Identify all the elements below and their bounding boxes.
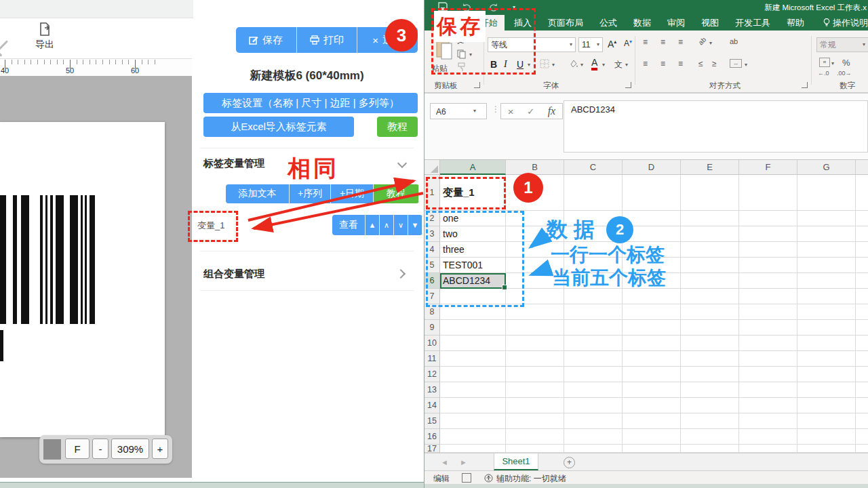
cell-partial-10[interactable]	[856, 336, 868, 351]
accounting-dropdown-icon[interactable]: ▾	[831, 60, 834, 66]
borders-icon[interactable]	[540, 59, 549, 68]
cell-B12[interactable]	[506, 367, 564, 382]
cell-partial-7[interactable]	[856, 289, 868, 304]
row-header-8[interactable]: 8	[425, 304, 440, 320]
percent-style-icon[interactable]: %	[842, 58, 850, 68]
cell-F9[interactable]	[739, 320, 797, 336]
shrink-font-icon[interactable]: A▾	[624, 39, 632, 48]
cell-G4[interactable]	[797, 242, 856, 258]
tab-developer[interactable]: 开发工具	[728, 15, 777, 30]
cell-E10[interactable]	[681, 336, 739, 351]
cell-F16[interactable]	[739, 429, 797, 445]
cell-G3[interactable]	[797, 226, 856, 242]
format-painter-icon[interactable]	[457, 62, 467, 72]
cell-B17[interactable]	[506, 445, 564, 453]
cell-E12[interactable]	[681, 367, 739, 382]
paste-label[interactable]: 粘贴	[431, 63, 448, 75]
add-text-button[interactable]: 添加文本	[226, 184, 290, 203]
cell-E7[interactable]	[681, 289, 739, 304]
tell-me-search[interactable]: 操作说明	[833, 15, 868, 30]
cell-G6[interactable]	[797, 273, 856, 289]
cell-B6[interactable]	[506, 273, 564, 289]
cell-C3[interactable]	[564, 226, 623, 242]
cell-B11[interactable]	[506, 351, 564, 367]
align-center-icon[interactable]: ≡	[660, 59, 665, 68]
align-right-icon[interactable]: ≡	[678, 59, 683, 68]
cell-G15[interactable]	[797, 413, 856, 429]
cell-C11[interactable]	[564, 351, 623, 367]
cell-A11[interactable]	[440, 351, 506, 367]
row-header-7[interactable]: 7	[425, 289, 440, 304]
cell-F3[interactable]	[739, 226, 797, 242]
cell-E4[interactable]	[681, 242, 739, 258]
fit-button[interactable]: F	[65, 439, 90, 459]
cell-B13[interactable]	[506, 382, 564, 398]
merge-dropdown-icon[interactable]: ▾	[745, 62, 747, 68]
cell-partial-2[interactable]	[856, 211, 868, 226]
cell-D17[interactable]	[623, 445, 681, 453]
top-align-icon[interactable]: ≡	[643, 37, 648, 47]
cell-D13[interactable]	[623, 382, 681, 398]
cell-F6[interactable]	[739, 273, 797, 289]
font-size-select[interactable]: 11 ▾	[578, 37, 603, 52]
cell-E9[interactable]	[681, 320, 739, 336]
column-header-B[interactable]: B	[506, 160, 564, 175]
cell-C5[interactable]	[564, 258, 623, 273]
save-icon[interactable]	[438, 2, 448, 12]
merge-center-icon[interactable]: ↔	[730, 59, 742, 68]
cell-D2[interactable]	[623, 211, 681, 226]
cell-E8[interactable]	[681, 304, 739, 320]
cell-C9[interactable]	[564, 320, 623, 336]
tab-help[interactable]: 帮助	[780, 15, 811, 30]
tab-view[interactable]: 视图	[694, 15, 726, 30]
cell-partial-15[interactable]	[856, 413, 868, 429]
fill-color-dropdown-icon[interactable]: ▾	[580, 62, 583, 68]
tutorial-button-2[interactable]: 教程	[374, 184, 419, 203]
row-header-15[interactable]: 15	[425, 413, 440, 429]
font-dialog-launcher[interactable]	[625, 82, 631, 88]
cell-B10[interactable]	[506, 336, 564, 351]
column-header-F[interactable]: F	[739, 160, 797, 175]
cell-C8[interactable]	[564, 304, 623, 320]
row-header-14[interactable]: 14	[425, 398, 440, 413]
cell-B7[interactable]	[506, 289, 564, 304]
cell-G9[interactable]	[797, 320, 856, 336]
chevron-down-icon[interactable]	[397, 159, 407, 168]
cell-A12[interactable]	[440, 367, 506, 382]
cell-C16[interactable]	[564, 429, 623, 445]
cell-G11[interactable]	[797, 351, 856, 367]
cell-C12[interactable]	[564, 367, 623, 382]
row-header-16[interactable]: 16	[425, 429, 440, 445]
wrap-text-icon[interactable]: ab	[730, 37, 738, 45]
tab-review[interactable]: 审阅	[660, 15, 692, 30]
cell-partial-3[interactable]	[856, 226, 868, 242]
clipboard-dialog-launcher[interactable]	[474, 82, 480, 88]
phonetic-dropdown-icon[interactable]: ▾	[625, 62, 628, 68]
cell-F11[interactable]	[739, 351, 797, 367]
cell-D1[interactable]	[623, 175, 681, 211]
cell-A1[interactable]: 变量_1	[440, 175, 506, 211]
cell-D10[interactable]	[623, 336, 681, 351]
bold-button[interactable]: B	[490, 59, 497, 70]
row-header-4[interactable]: 4	[425, 242, 440, 258]
cell-partial-8[interactable]	[856, 304, 868, 320]
row-header-17[interactable]: 17	[425, 445, 440, 453]
cell-E5[interactable]	[681, 258, 739, 273]
cell-B8[interactable]	[506, 304, 564, 320]
redo-icon[interactable]	[488, 2, 498, 12]
row-header-6[interactable]: 6	[425, 273, 440, 289]
borders-dropdown-icon[interactable]: ▾	[552, 62, 555, 68]
column-header-E[interactable]: E	[681, 160, 739, 175]
cell-E13[interactable]	[681, 382, 739, 398]
macro-record-icon[interactable]	[462, 473, 471, 483]
cell-partial-4[interactable]	[856, 242, 868, 258]
cell-C14[interactable]	[564, 398, 623, 413]
cell-D15[interactable]	[623, 413, 681, 429]
cell-A13[interactable]	[440, 382, 506, 398]
number-format-select[interactable]: 常规 ▾	[816, 37, 868, 52]
formula-bar-handle[interactable]: ⋮	[492, 104, 500, 114]
tab-page-layout[interactable]: 页面布局	[541, 15, 590, 30]
variable-name[interactable]: 变量_1	[197, 220, 224, 232]
cell-F4[interactable]	[739, 242, 797, 258]
row-header-11[interactable]: 11	[425, 351, 440, 367]
